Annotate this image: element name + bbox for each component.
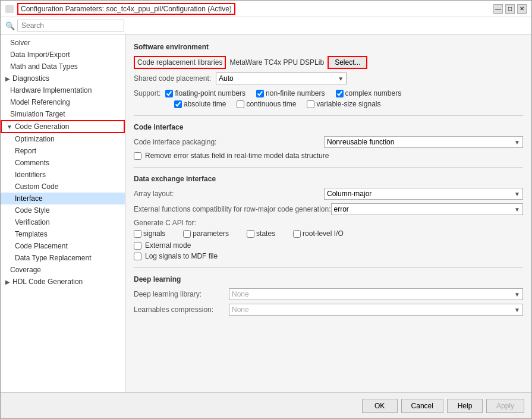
remove-error-checkbox[interactable] <box>134 152 141 160</box>
sidebar: Solver Data Import/Export Math and Data … <box>1 34 125 392</box>
minimize-btn[interactable]: — <box>493 4 503 14</box>
learnables-dropdown[interactable]: None ▼ <box>229 304 523 316</box>
sidebar-item-math-data-types[interactable]: Math and Data Types <box>1 61 125 73</box>
packaging-label: Code interface packaging: <box>134 138 324 146</box>
sidebar-item-custom-code[interactable]: Custom Code <box>1 181 125 193</box>
title-bar: Configuration Parameters: soc_tc4x_ppu_p… <box>1 1 531 17</box>
divider-2 <box>134 167 523 168</box>
sidebar-item-diagnostics[interactable]: ▶ Diagnostics <box>1 73 125 84</box>
sidebar-item-data-type-replacement[interactable]: Data Type Replacement <box>1 252 125 264</box>
sidebar-item-hdl-code-generation[interactable]: ▶ HDL Code Generation <box>1 276 125 288</box>
ext-compat-dropdown[interactable]: error ▼ <box>331 203 524 215</box>
title-bar-controls[interactable]: — □ ✕ <box>493 4 527 14</box>
sidebar-item-report[interactable]: Report <box>1 145 125 157</box>
apply-button[interactable]: Apply <box>486 399 524 413</box>
crl-label[interactable]: Code replacement libraries <box>134 56 226 69</box>
right-panel: Software environment Code replacement li… <box>125 34 531 392</box>
external-mode-label: External mode <box>145 241 191 250</box>
window-title: Configuration Parameters: soc_tc4x_ppu_p… <box>17 3 235 15</box>
scp-dropdown[interactable]: Auto ▼ <box>216 73 347 84</box>
continuous-time-label: continuous time <box>246 100 296 108</box>
states-label: states <box>256 229 275 238</box>
ext-compat-label: External functions compatibility for row… <box>134 205 331 213</box>
floating-point-checkbox[interactable] <box>165 90 173 97</box>
check-floating-point: floating-point numbers <box>165 89 245 97</box>
sidebar-item-code-style[interactable]: Code Style <box>1 204 125 216</box>
signals-label: signals <box>143 229 165 238</box>
dl-library-dropdown[interactable]: None ▼ <box>229 288 523 300</box>
check-states: states <box>247 229 275 238</box>
sidebar-item-interface[interactable]: Interface <box>1 193 125 204</box>
external-mode-row: External mode <box>134 241 523 250</box>
learnables-row: Learnables compression: None ▼ <box>134 304 523 316</box>
ext-compat-row: External functions compatibility for row… <box>134 203 523 215</box>
variable-size-checkbox[interactable] <box>307 100 314 108</box>
sidebar-item-templates[interactable]: Templates <box>1 228 125 240</box>
sidebar-item-solver[interactable]: Solver <box>1 37 125 49</box>
check-root-level-io: root-level I/O <box>293 229 344 238</box>
learnables-value: None <box>232 305 249 314</box>
ext-compat-value: error <box>334 205 349 213</box>
non-finite-checkbox[interactable] <box>256 90 264 97</box>
sidebar-item-comments[interactable]: Comments <box>1 157 125 169</box>
log-signals-row: Log signals to MDF file <box>134 252 523 260</box>
app-icon <box>5 5 14 13</box>
array-layout-dropdown[interactable]: Column-major ▼ <box>324 188 523 200</box>
search-input[interactable] <box>17 20 124 31</box>
sidebar-item-identifiers[interactable]: Identifiers <box>1 169 125 181</box>
complex-label: complex numbers <box>345 89 402 97</box>
support-row-2: absolute time continuous time variable-s… <box>134 100 523 108</box>
packaging-value: Nonreusable function <box>327 138 394 146</box>
bottom-bar: OK Cancel Help Apply <box>1 392 531 418</box>
external-mode-checkbox[interactable] <box>134 242 141 250</box>
parameters-checkbox[interactable] <box>183 230 191 238</box>
sidebar-item-code-generation[interactable]: ▼ Code Generation <box>1 120 125 133</box>
search-bar: 🔍 <box>1 17 531 34</box>
check-signals: signals <box>134 229 165 238</box>
ok-button[interactable]: OK <box>362 399 398 413</box>
main-window: Configuration Parameters: soc_tc4x_ppu_p… <box>0 0 532 419</box>
sidebar-item-hardware-implementation[interactable]: Hardware Implementation <box>1 84 125 96</box>
dl-library-arrow-icon: ▼ <box>514 291 520 298</box>
maximize-btn[interactable]: □ <box>505 4 515 14</box>
check-complex: complex numbers <box>336 89 402 97</box>
arrow-icon: ▶ <box>5 75 10 82</box>
log-signals-checkbox[interactable] <box>134 253 141 260</box>
continuous-time-checkbox[interactable] <box>237 100 244 108</box>
packaging-row: Code interface packaging: Nonreusable fu… <box>134 136 523 148</box>
packaging-dropdown[interactable]: Nonreusable function ▼ <box>324 136 523 148</box>
cancel-button[interactable]: Cancel <box>401 399 443 413</box>
array-layout-label: Array layout: <box>134 190 324 198</box>
support-label: Support: <box>134 89 160 97</box>
scp-arrow-icon: ▼ <box>338 75 344 82</box>
help-button[interactable]: Help <box>447 399 483 413</box>
log-signals-label: Log signals to MDF file <box>145 252 218 260</box>
sidebar-item-model-referencing[interactable]: Model Referencing <box>1 96 125 108</box>
divider-3 <box>134 267 523 268</box>
sidebar-item-coverage[interactable]: Coverage <box>1 264 125 276</box>
absolute-time-checkbox[interactable] <box>174 100 182 108</box>
array-layout-arrow-icon: ▼ <box>514 191 520 197</box>
generate-row: signals parameters states root-level I/O <box>134 229 523 238</box>
sidebar-item-code-placement[interactable]: Code Placement <box>1 240 125 252</box>
signals-checkbox[interactable] <box>134 230 141 238</box>
states-checkbox[interactable] <box>247 230 254 238</box>
ext-compat-arrow-icon: ▼ <box>514 206 520 213</box>
root-level-io-label: root-level I/O <box>303 229 344 238</box>
select-button[interactable]: Select... <box>328 56 367 69</box>
complex-numbers-checkbox[interactable] <box>336 90 344 97</box>
crl-value: MetaWare TC4x PPU DSPLib <box>229 58 324 67</box>
sidebar-item-verification[interactable]: Verification <box>1 216 125 228</box>
remove-error-row: Remove error status field in real-time m… <box>134 152 523 160</box>
sidebar-item-data-import-export[interactable]: Data Import/Export <box>1 49 125 61</box>
data-exchange-title: Data exchange interface <box>134 175 523 183</box>
sidebar-item-optimization[interactable]: Optimization <box>1 133 125 145</box>
array-layout-value: Column-major <box>327 190 372 198</box>
divider-1 <box>134 115 523 116</box>
sidebar-item-simulation-target[interactable]: Simulation Target <box>1 108 125 120</box>
dl-library-row: Deep learning library: None ▼ <box>134 288 523 300</box>
support-row-1: Support: floating-point numbers non-fini… <box>134 89 523 97</box>
close-btn[interactable]: ✕ <box>517 4 527 14</box>
check-non-finite: non-finite numbers <box>256 89 325 97</box>
root-level-io-checkbox[interactable] <box>293 230 301 238</box>
